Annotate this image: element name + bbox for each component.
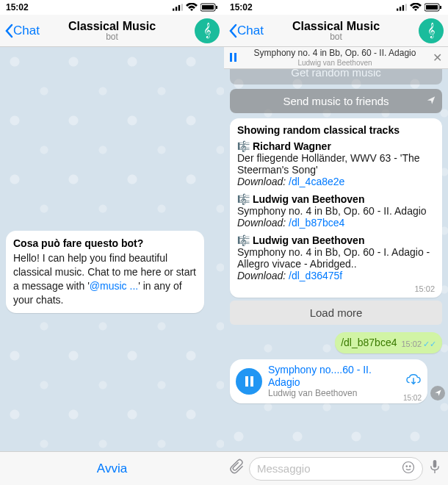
sent-message[interactable]: /dl_b87bce4 15:02✓✓ xyxy=(335,332,442,353)
svg-rect-14 xyxy=(230,53,232,62)
kb-button-random[interactable]: Get random music xyxy=(230,69,442,85)
mic-icon[interactable] xyxy=(426,459,444,478)
results-card[interactable]: Showing random classical tracks 🎼Richard… xyxy=(230,118,442,298)
note-icon: 🎼 xyxy=(237,234,250,246)
message-input[interactable]: Messaggio xyxy=(249,457,423,481)
svg-rect-8 xyxy=(400,7,401,10)
svg-rect-3 xyxy=(181,4,183,10)
intro-message[interactable]: Cosa può fare questo bot? Hello! I can h… xyxy=(6,231,204,313)
battery-icon xyxy=(200,3,218,12)
note-icon: 🎼 xyxy=(237,193,250,205)
download-label: Download: xyxy=(237,176,286,187)
results-time: 15:02 xyxy=(237,284,435,293)
sticker-icon[interactable] xyxy=(402,461,415,476)
download-link[interactable]: /dl_d36475f xyxy=(289,270,342,281)
audio-text: Symphony no....60 - II. Adagio Ludwig va… xyxy=(268,364,400,399)
back-button[interactable]: Chat xyxy=(228,24,264,38)
attach-icon[interactable] xyxy=(228,459,246,478)
svg-rect-17 xyxy=(250,376,253,387)
close-icon[interactable]: ✕ xyxy=(433,51,442,65)
phone-right: 15:02 Chat Classical Music bot 𝄞 Symphon… xyxy=(224,0,448,485)
audio-message[interactable]: Symphony no....60 - II. Adagio Ludwig va… xyxy=(230,359,427,403)
wifi-icon xyxy=(186,3,198,12)
signal-icon xyxy=(173,4,183,11)
chevron-left-icon xyxy=(4,24,13,38)
now-playing-text: Symphony no. 4 in Bb, Op. 60 - II. Adagi… xyxy=(243,48,427,66)
svg-rect-15 xyxy=(234,53,236,62)
battery-icon xyxy=(424,3,442,12)
svg-point-18 xyxy=(403,462,414,473)
svg-rect-2 xyxy=(178,5,180,11)
back-label: Chat xyxy=(13,24,40,38)
treble-clef-icon: 𝄞 xyxy=(427,23,436,38)
kb-random-label: Get random music xyxy=(291,69,381,79)
track-piece: Der fliegende Holländer, WWV 63 - 'The S… xyxy=(237,152,435,176)
track-composer: Ludwig van Beethoven xyxy=(253,193,364,205)
svg-rect-12 xyxy=(426,5,438,10)
note-icon: 🎼 xyxy=(237,140,250,152)
svg-rect-1 xyxy=(176,7,177,10)
svg-rect-16 xyxy=(245,376,248,387)
track-piece: Symphony no. 4 in Bb, Op. 60 - I. Adagio… xyxy=(237,246,435,270)
pause-icon[interactable] xyxy=(230,52,237,64)
now-playing-track: Symphony no. 4 in Bb, Op. 60 - II. Adagi… xyxy=(243,48,427,58)
audio-time: 15:02 xyxy=(403,394,422,402)
svg-rect-10 xyxy=(405,4,407,10)
audio-title: Symphony no....60 - II. Adagio xyxy=(268,364,400,389)
kb-send-label: Send music to friends xyxy=(283,95,389,107)
track-composer: Richard Wagner xyxy=(253,140,331,152)
input-bar: Messaggio xyxy=(224,451,448,485)
svg-rect-5 xyxy=(202,5,214,10)
track-item: 🎼Ludwig van Beethoven Symphony no. 4 in … xyxy=(237,234,435,281)
avatar[interactable]: 𝄞 xyxy=(195,18,220,43)
results-title: Showing random classical tracks xyxy=(237,124,435,136)
audio-artist: Ludwig van Beethoven xyxy=(268,388,400,398)
svg-rect-7 xyxy=(397,9,398,11)
forward-icon[interactable] xyxy=(430,386,445,400)
svg-rect-6 xyxy=(216,6,217,9)
sent-text: /dl_b87bce4 xyxy=(341,337,397,348)
track-item: 🎼Richard Wagner Der fliegende Holländer,… xyxy=(237,140,435,187)
wifi-icon xyxy=(410,3,422,12)
chat-scroll[interactable]: Cosa può fare questo bot? Hello! I can h… xyxy=(0,47,224,451)
svg-rect-13 xyxy=(440,6,441,9)
track-piece: Symphony no. 4 in Bb, Op. 60 - II. Adagi… xyxy=(237,205,435,217)
download-link[interactable]: /dl_4ca8e2e xyxy=(289,176,344,187)
cloud-download-icon[interactable] xyxy=(405,373,422,389)
track-composer: Ludwig van Beethoven xyxy=(253,234,364,246)
chat-scroll[interactable]: Get random music Send music to friends S… xyxy=(224,69,448,451)
avatar[interactable]: 𝄞 xyxy=(419,18,444,43)
status-bar: 15:02 xyxy=(0,0,224,15)
nav-bar: Chat Classical Music bot 𝄞 xyxy=(224,15,448,47)
chevron-left-icon xyxy=(228,24,237,38)
nav-bar: Chat Classical Music bot 𝄞 xyxy=(0,15,224,47)
svg-rect-21 xyxy=(433,460,437,468)
now-playing-bar[interactable]: Symphony no. 4 in Bb, Op. 60 - II. Adagi… xyxy=(224,47,448,69)
signal-icon xyxy=(397,4,407,11)
read-ticks-icon: ✓✓ xyxy=(423,339,436,350)
download-link[interactable]: /dl_b87bce4 xyxy=(289,217,344,229)
track-item: 🎼Ludwig van Beethoven Symphony no. 4 in … xyxy=(237,193,435,229)
download-label: Download: xyxy=(237,217,286,229)
intro-mention: @music ... xyxy=(90,280,138,292)
back-label: Chat xyxy=(237,24,264,38)
svg-point-19 xyxy=(406,466,408,467)
share-icon xyxy=(426,95,436,107)
message-placeholder: Messaggio xyxy=(257,462,311,475)
svg-point-20 xyxy=(410,466,411,467)
kb-button-send[interactable]: Send music to friends xyxy=(230,89,442,113)
sent-time: 15:02 xyxy=(401,339,422,350)
chat-body: Get random music Send music to friends S… xyxy=(224,69,448,451)
pause-button[interactable] xyxy=(236,368,262,395)
load-more-button[interactable]: Load more xyxy=(230,301,442,325)
back-button[interactable]: Chat xyxy=(4,24,40,38)
start-button[interactable]: Avvia xyxy=(0,451,224,485)
intro-question: Cosa può fare questo bot? xyxy=(13,237,197,251)
status-icons xyxy=(173,3,218,12)
chat-body: Cosa può fare questo bot? Hello! I can h… xyxy=(0,47,224,451)
load-more-label: Load more xyxy=(310,306,363,319)
status-time: 15:02 xyxy=(230,2,253,12)
download-label: Download: xyxy=(237,270,286,281)
treble-clef-icon: 𝄞 xyxy=(203,23,212,38)
status-bar: 15:02 xyxy=(224,0,448,15)
